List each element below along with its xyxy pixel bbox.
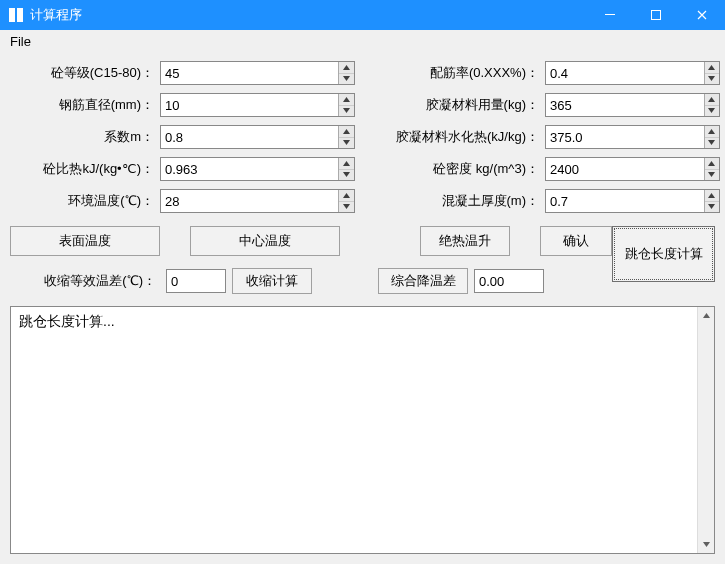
svg-rect-2 [605,14,615,15]
spinbox [545,157,720,181]
spinbox [160,125,355,149]
svg-rect-3 [652,11,661,20]
spinbox [545,61,720,85]
form-row: 胶凝材料用量(kg)： [375,92,720,118]
surface-temp-button[interactable]: 表面温度 [10,226,160,256]
spin-down-icon[interactable] [339,106,354,117]
field-label: 钢筋直径(mm)： [10,96,160,114]
spin-up-icon[interactable] [705,94,720,106]
field-label: 砼密度 kg/(m^3)： [375,160,545,178]
spin-up-icon[interactable] [339,190,354,202]
spin-down-icon[interactable] [339,138,354,149]
spinbox [160,157,355,181]
field-label: 环境温度(℃)： [10,192,160,210]
scroll-track[interactable] [698,324,714,536]
spin-up-icon[interactable] [705,62,720,74]
adiabatic-rise-button[interactable]: 绝热温升 [420,226,510,256]
app-icon [8,7,24,23]
spinbox-input[interactable] [546,94,704,116]
spinbox-input[interactable] [546,62,704,84]
field-label: 砼比热kJ/(kg•℃)： [10,160,160,178]
spinbox [160,93,355,117]
field-label: 混凝土厚度(m)： [375,192,545,210]
spinbox-input[interactable] [161,126,338,148]
minimize-button[interactable] [587,0,633,30]
form-row: 胶凝材料水化热(kJ/kg)： [375,124,720,150]
spinbox [545,189,720,213]
shrink-value-input[interactable] [167,270,225,292]
field-label: 胶凝材料水化热(kJ/kg)： [375,128,545,146]
spin-up-icon[interactable] [339,62,354,74]
spin-down-icon[interactable] [705,138,720,149]
spin-up-icon[interactable] [339,94,354,106]
scroll-up-button[interactable] [698,307,714,324]
spin-up-icon[interactable] [705,158,720,170]
spinbox [545,125,720,149]
spinbox [545,93,720,117]
spinbox [160,189,355,213]
composite-cooling-button[interactable]: 综合降温差 [378,268,468,294]
form-column-left: 砼等级(C15-80)：钢筋直径(mm)：系数m：砼比热kJ/(kg•℃)：环境… [10,60,355,214]
confirm-button[interactable]: 确认 [540,226,612,256]
field-label: 砼等级(C15-80)： [10,64,160,82]
spin-down-icon[interactable] [339,202,354,213]
spinbox-input[interactable] [161,62,338,84]
svg-rect-0 [9,8,15,22]
form-row: 混凝土厚度(m)： [375,188,720,214]
spinbox-input[interactable] [546,190,704,212]
form-row: 环境温度(℃)： [10,188,355,214]
output-text: 跳仓长度计算... [19,313,115,329]
spin-down-icon[interactable] [705,74,720,85]
shrink-label: 收缩等效温差(℃)： [10,272,160,290]
form-row: 砼密度 kg/(m^3)： [375,156,720,182]
spinbox-input[interactable] [546,126,704,148]
svg-rect-1 [17,8,23,22]
composite-value: 0.00 [479,274,504,289]
composite-value-box: 0.00 [474,269,544,293]
content-area: 砼等级(C15-80)：钢筋直径(mm)：系数m：砼比热kJ/(kg•℃)：环境… [0,52,725,564]
spinbox-input[interactable] [161,158,338,180]
form-row: 系数m： [10,124,355,150]
spin-up-icon[interactable] [339,126,354,138]
menu-file[interactable]: File [4,32,37,51]
spinbox-input[interactable] [546,158,704,180]
spin-down-icon[interactable] [339,74,354,85]
titlebar: 计算程序 [0,0,725,30]
maximize-button[interactable] [633,0,679,30]
scroll-down-button[interactable] [698,536,714,553]
close-button[interactable] [679,0,725,30]
center-temp-button[interactable]: 中心温度 [190,226,340,256]
scrollbar-vertical[interactable] [697,307,714,553]
button-cluster: 表面温度 中心温度 绝热温升 确认 收缩等效温差(℃)： 收缩计算 综合降温差 … [10,226,715,294]
spinbox-input[interactable] [161,190,338,212]
form-row: 砼等级(C15-80)： [10,60,355,86]
spin-up-icon[interactable] [705,190,720,202]
spinbox [160,61,355,85]
shrink-calc-button[interactable]: 收缩计算 [232,268,312,294]
app-window: 计算程序 File 砼等级(C15-80)：钢筋直径(mm)：系数m：砼比热kJ… [0,0,725,564]
form-row: 配筋率(0.XXX%)： [375,60,720,86]
spin-down-icon[interactable] [705,106,720,117]
field-label: 系数m： [10,128,160,146]
menubar: File [0,30,725,52]
form-grid: 砼等级(C15-80)：钢筋直径(mm)：系数m：砼比热kJ/(kg•℃)：环境… [10,60,715,214]
spin-up-icon[interactable] [339,158,354,170]
spin-up-icon[interactable] [705,126,720,138]
form-row: 钢筋直径(mm)： [10,92,355,118]
shrink-value-spinbox [166,269,226,293]
spinbox-input[interactable] [161,94,338,116]
window-title: 计算程序 [30,6,587,24]
spin-down-icon[interactable] [705,202,720,213]
field-label: 配筋率(0.XXX%)： [375,64,545,82]
spin-down-icon[interactable] [705,170,720,181]
jump-length-button[interactable]: 跳仓长度计算 [612,226,715,282]
form-column-right: 配筋率(0.XXX%)：胶凝材料用量(kg)：胶凝材料水化热(kJ/kg)：砼密… [375,60,720,214]
output-area: 跳仓长度计算... [10,306,715,554]
spin-down-icon[interactable] [339,170,354,181]
field-label: 胶凝材料用量(kg)： [375,96,545,114]
form-row: 砼比热kJ/(kg•℃)： [10,156,355,182]
